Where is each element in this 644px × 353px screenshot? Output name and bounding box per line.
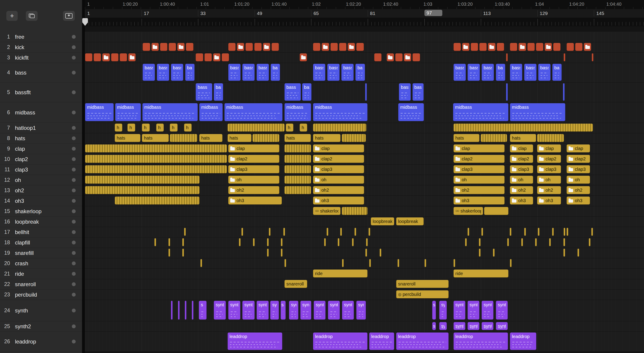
- clip-clapfill[interactable]: [253, 238, 255, 246]
- track-name[interactable]: clap: [15, 146, 72, 152]
- track-mute-dot[interactable]: [72, 136, 76, 140]
- clip-bellhit[interactable]: [538, 228, 540, 236]
- clip-bass[interactable]: bass: [454, 64, 466, 81]
- track-name[interactable]: loopbreak: [15, 219, 72, 225]
- track-row[interactable]: 24synth: [0, 300, 82, 321]
- clip-kick[interactable]: [488, 43, 495, 51]
- clip-hats[interactable]: hats: [284, 134, 311, 142]
- track-mute-dot[interactable]: [72, 90, 76, 94]
- clip-oh3[interactable]: oh3: [537, 196, 561, 204]
- clip-bassflt[interactable]: [365, 83, 367, 101]
- clip-kick[interactable]: [177, 43, 185, 51]
- clip-bassflt[interactable]: [506, 83, 508, 101]
- clip-kickflt[interactable]: [94, 53, 101, 62]
- grid-track-lane[interactable]: bassbasbassbasbassbass: [85, 82, 644, 102]
- clip-synt[interactable]: synt: [242, 301, 255, 320]
- clip-midbass[interactable]: midbass: [510, 103, 565, 121]
- clip-hatloop1-sliced[interactable]: [313, 124, 366, 132]
- clip-h[interactable]: h: [184, 124, 192, 132]
- track-mute-dot[interactable]: [72, 147, 76, 151]
- clip-oh2[interactable]: oh2: [566, 186, 590, 194]
- clip-synt[interactable]: synt: [482, 322, 494, 330]
- clip-clap[interactable]: clap: [313, 144, 364, 152]
- clip-leaddrop[interactable]: leaddrop: [396, 332, 449, 350]
- clip-kick[interactable]: [497, 43, 504, 51]
- tick-strip[interactable]: [85, 18, 644, 26]
- clip-leaddrop[interactable]: leaddrop: [228, 332, 282, 350]
- clip-hats[interactable]: hats: [313, 134, 340, 142]
- clip-leaddrop[interactable]: leaddrop: [510, 332, 536, 350]
- clip-bas[interactable]: bas: [214, 83, 223, 101]
- track-mute-dot[interactable]: [72, 209, 76, 213]
- clip-oh-sliced[interactable]: [284, 176, 311, 184]
- clip-kick[interactable]: [142, 43, 150, 51]
- clip-bass[interactable]: bass: [171, 64, 183, 81]
- clip-bellhit[interactable]: [354, 228, 356, 236]
- clip-kick[interactable]: [160, 43, 168, 51]
- clip-kickflt[interactable]: [102, 53, 110, 62]
- track-mute-dot[interactable]: [72, 168, 76, 172]
- track-name[interactable]: leaddrop: [15, 338, 72, 345]
- clip-hats-sliced[interactable]: [480, 134, 507, 142]
- track-row[interactable]: 3kickflt: [0, 52, 82, 63]
- clip-snarefill[interactable]: [380, 248, 381, 257]
- clip-kick[interactable]: [330, 43, 338, 51]
- track-name[interactable]: clapfill: [15, 240, 72, 246]
- clip-shakerloop[interactable]: ○○shakerloop: [454, 207, 483, 215]
- clip-kick[interactable]: [518, 43, 526, 51]
- clip-clapfill[interactable]: [535, 238, 537, 246]
- clip-kickflt[interactable]: [592, 53, 594, 62]
- clip-kick[interactable]: [246, 43, 253, 51]
- clip-midbass[interactable]: midbass: [284, 103, 311, 121]
- clip-kickflt[interactable]: [506, 53, 508, 62]
- clip-clapfill[interactable]: [366, 238, 368, 246]
- clip-oh[interactable]: oh: [537, 176, 561, 184]
- grid-track-lane[interactable]: rideride: [85, 269, 644, 279]
- clip-clap[interactable]: clap: [566, 144, 590, 152]
- clip-clap2[interactable]: clap2: [454, 155, 505, 163]
- clip-bass[interactable]: bass: [242, 64, 255, 81]
- clip-clap[interactable]: clap: [454, 144, 505, 152]
- grid-track-lane[interactable]: [85, 227, 644, 238]
- track-mute-dot[interactable]: [72, 230, 76, 234]
- grid-track-lane[interactable]: ◎percbuild: [85, 290, 644, 300]
- clip-bass[interactable]: bass: [510, 64, 522, 81]
- clip-clap[interactable]: clap: [537, 144, 561, 152]
- clip-hats-sliced[interactable]: [537, 134, 564, 142]
- clip-kick[interactable]: [356, 43, 364, 51]
- track-row[interactable]: 10clap2: [0, 154, 82, 164]
- track-mute-dot[interactable]: [72, 178, 76, 182]
- clip-clapfill[interactable]: [521, 238, 523, 246]
- track-row[interactable]: 22snareroll: [0, 279, 82, 290]
- track-name[interactable]: percbuild: [15, 292, 72, 298]
- clip-snarefill[interactable]: [281, 248, 282, 257]
- clip-snarefill[interactable]: [267, 248, 269, 257]
- clip-synt[interactable]: synt: [300, 301, 311, 320]
- track-row[interactable]: 12oh: [0, 175, 82, 185]
- clip-leaddrop[interactable]: leaddrop: [369, 332, 394, 350]
- clip-kickflt[interactable]: [213, 53, 220, 62]
- clip-oh[interactable]: oh: [228, 176, 280, 184]
- clip-oh2[interactable]: oh2: [228, 186, 280, 194]
- clip-midbass[interactable]: midbass: [142, 103, 198, 121]
- clip-bellhit[interactable]: [184, 228, 186, 236]
- clip-bass[interactable]: bass: [538, 64, 551, 81]
- grid-track-lane[interactable]: clap3clap3clap3clap3clap3clap3: [85, 164, 644, 175]
- track-row[interactable]: 14oh3: [0, 196, 82, 206]
- clip-synt[interactable]: synt: [496, 322, 508, 330]
- clip-kick[interactable]: [471, 43, 478, 51]
- clip-loopbreak[interactable]: loopbreak: [371, 217, 394, 226]
- track-name[interactable]: crash: [15, 260, 72, 267]
- clip-synt[interactable]: synt: [468, 322, 480, 330]
- track-name[interactable]: oh2: [15, 188, 72, 194]
- clip-snarefill[interactable]: [365, 248, 367, 257]
- grid-track-lane[interactable]: hatshatshatshatshatshatshatshats: [85, 133, 644, 144]
- clip-kickflt[interactable]: [374, 53, 382, 62]
- clip-clapfill[interactable]: [281, 238, 282, 246]
- grid-track-lane[interactable]: clapclapclapclapclapclap: [85, 144, 644, 154]
- grid-track-lane[interactable]: [85, 32, 644, 42]
- clip-oh[interactable]: oh: [566, 176, 590, 184]
- clip-clap3[interactable]: clap3: [510, 165, 533, 173]
- clip-shakerloop[interactable]: [484, 207, 508, 215]
- clip-oh2-sliced[interactable]: [85, 186, 200, 194]
